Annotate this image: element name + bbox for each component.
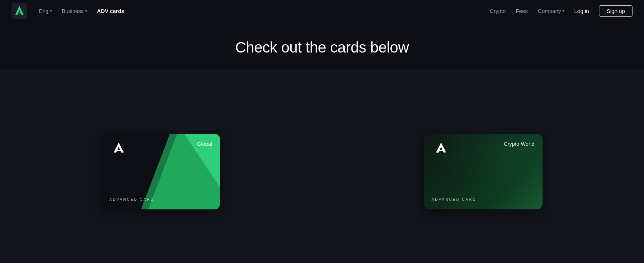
crypto-card-logo — [432, 141, 450, 154]
svg-rect-0 — [12, 3, 27, 19]
global-card-nametag: Global — [197, 141, 212, 147]
company-chevron-icon: ▾ — [562, 9, 564, 13]
global-card-top: Global — [109, 141, 212, 154]
crypto-card-bottom: ADVANCED CARD — [432, 196, 535, 202]
crypto-card-nametag: Crypto World — [504, 141, 534, 147]
nav-left: Eng ▾ Business ▾ ADV cards — [39, 8, 264, 14]
nav-fees[interactable]: Fees — [516, 8, 528, 14]
svg-point-5 — [445, 151, 446, 153]
crypto-card-label: ADVANCED CARD — [432, 198, 477, 201]
cards-section: Global ADVANCED CARD Crypto World ADVANC… — [0, 71, 644, 263]
hero-section: Check out the cards below — [0, 22, 644, 71]
nav-right: Crypto Fees Company ▾ Log in Sign up — [490, 5, 633, 17]
global-card-bottom: ADVANCED CARD — [109, 196, 212, 202]
nav-crypto[interactable]: Crypto — [490, 8, 506, 14]
crypto-card-panel[interactable]: Crypto World ADVANCED CARD — [322, 71, 644, 263]
logo[interactable] — [12, 3, 27, 19]
global-card-panel[interactable]: Global ADVANCED CARD — [0, 71, 322, 263]
login-button[interactable]: Log in — [574, 8, 589, 14]
global-card-logo — [109, 141, 128, 154]
global-credit-card[interactable]: Global ADVANCED CARD — [101, 134, 220, 209]
crypto-credit-card[interactable]: Crypto World ADVANCED CARD — [424, 134, 543, 209]
lang-chevron-icon: ▾ — [50, 9, 52, 13]
global-card-label: ADVANCED CARD — [109, 198, 154, 201]
crypto-card-top: Crypto World — [432, 141, 535, 154]
navbar: Eng ▾ Business ▾ ADV cards Crypto Fees C… — [0, 0, 644, 22]
hero-title: Check out the cards below — [0, 39, 644, 56]
nav-lang[interactable]: Eng ▾ — [39, 8, 52, 14]
business-chevron-icon: ▾ — [85, 9, 87, 13]
nav-company[interactable]: Company ▾ — [538, 8, 564, 14]
nav-business[interactable]: Business ▾ — [62, 8, 87, 14]
signup-button[interactable]: Sign up — [599, 5, 632, 17]
svg-point-4 — [122, 151, 124, 153]
nav-adv-cards[interactable]: ADV cards — [97, 8, 124, 14]
